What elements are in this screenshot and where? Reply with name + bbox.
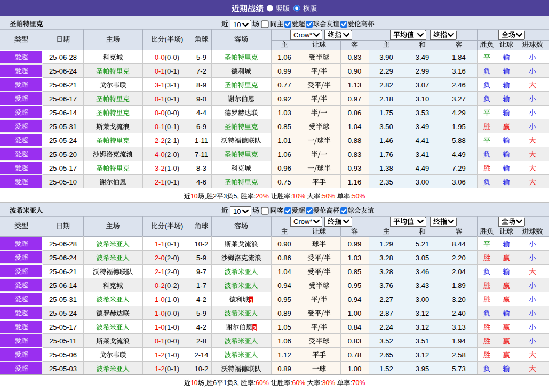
svg-text:3.51: 3.51 [416, 337, 429, 345]
svg-text:10: 10 [233, 21, 241, 29]
svg-text:(1-0): (1-0) [165, 164, 179, 172]
svg-text:(3-1): (3-1) [165, 81, 179, 89]
svg-text:0.94: 0.94 [277, 282, 291, 290]
svg-text:2.46: 2.46 [452, 81, 465, 89]
svg-text:25-05-03: 25-05-03 [49, 365, 77, 373]
svg-text:(0-0): (0-0) [165, 309, 179, 317]
svg-text:1.52: 1.52 [379, 365, 393, 373]
svg-text:Crow*: Crow* [293, 218, 312, 226]
svg-text:3.28: 3.28 [379, 268, 393, 276]
svg-text:5.21: 5.21 [416, 240, 429, 248]
svg-text:(: ( [165, 222, 168, 230]
svg-text:25-05-06: 25-05-06 [49, 351, 77, 359]
svg-text:(0-1): (0-1) [165, 240, 179, 248]
svg-text:3-2: 3-2 [155, 164, 165, 172]
svg-text:2.29: 2.29 [379, 67, 393, 75]
svg-text:25-06-21: 25-06-21 [49, 81, 77, 89]
svg-text:25-06-14: 25-06-14 [49, 109, 77, 117]
svg-text:1-1: 1-1 [155, 240, 165, 248]
svg-text:25-05-11: 25-05-11 [49, 337, 76, 345]
svg-text:1-2: 1-2 [155, 351, 165, 359]
svg-text:4.49: 4.49 [416, 164, 429, 172]
svg-text:10: 10 [233, 207, 241, 215]
svg-text:0.75: 0.75 [277, 178, 291, 186]
svg-text:10-2: 10-2 [194, 365, 208, 373]
svg-text:1.29: 1.29 [379, 240, 393, 248]
svg-text:4-2: 4-2 [196, 323, 206, 331]
svg-text:1.06: 1.06 [277, 150, 291, 158]
svg-text:2.04: 2.04 [452, 268, 465, 276]
svg-text:(2-0): (2-0) [165, 268, 179, 276]
svg-text:2-14: 2-14 [194, 351, 208, 359]
svg-text:70%: 70% [352, 379, 365, 387]
svg-text:3.10: 3.10 [416, 95, 429, 103]
svg-text:1.00: 1.00 [348, 309, 361, 317]
svg-text:(0-0): (0-0) [165, 337, 179, 345]
svg-text:(0-1): (0-1) [165, 365, 179, 373]
svg-text:5-9: 5-9 [196, 254, 206, 262]
svg-text:3: 3 [223, 193, 227, 200]
svg-text:3.49: 3.49 [416, 123, 429, 131]
svg-text:25-05-10: 25-05-10 [49, 178, 77, 186]
svg-text:0.83: 0.83 [348, 150, 361, 158]
svg-text:10%: 10% [292, 193, 306, 200]
svg-text:0.94: 0.94 [348, 295, 361, 303]
svg-text:(1-0): (1-0) [165, 295, 179, 303]
svg-text:0.99: 0.99 [277, 67, 291, 75]
svg-text:2.99: 2.99 [416, 67, 429, 75]
svg-text:1.00: 1.00 [348, 365, 361, 373]
svg-text:0.86: 0.86 [348, 109, 361, 117]
svg-text:2: 2 [213, 193, 217, 200]
svg-text:10-2: 10-2 [194, 240, 208, 248]
svg-text:4.49: 4.49 [452, 150, 465, 158]
svg-text:1.46: 1.46 [379, 137, 393, 145]
svg-text:1.75: 1.75 [379, 109, 393, 117]
svg-text:4.29: 4.29 [452, 109, 465, 117]
svg-text:1.13: 1.13 [348, 81, 361, 89]
svg-text:7.29: 7.29 [452, 164, 465, 172]
svg-text:1.05: 1.05 [277, 323, 291, 331]
svg-text:0.92: 0.92 [277, 95, 291, 103]
svg-text:1.95: 1.95 [452, 123, 465, 131]
svg-text:4-4: 4-4 [196, 109, 206, 117]
svg-text:25-06-28: 25-06-28 [49, 53, 77, 61]
svg-text:0.96: 0.96 [277, 164, 291, 172]
svg-text:7-2: 7-2 [196, 67, 206, 75]
svg-text:(0-1): (0-1) [165, 95, 179, 103]
svg-text:0-1: 0-1 [155, 67, 165, 75]
svg-text:3.20: 3.20 [452, 295, 465, 303]
svg-text:2: 2 [253, 325, 256, 332]
svg-text:1.03: 1.03 [348, 254, 361, 262]
svg-text:3.76: 3.76 [379, 282, 393, 290]
svg-text:8-3: 8-3 [196, 164, 206, 172]
svg-text:1.06: 1.06 [277, 337, 291, 345]
svg-text:2.58: 2.58 [452, 351, 465, 359]
svg-text:0-0: 0-0 [155, 109, 165, 117]
svg-text:25-05-24: 25-05-24 [49, 309, 77, 317]
svg-text:5.88: 5.88 [452, 137, 465, 145]
svg-text:2.24: 2.24 [379, 323, 393, 331]
svg-text:1.06: 1.06 [277, 53, 291, 61]
svg-text:2.40: 2.40 [452, 309, 465, 317]
svg-text:0.78: 0.78 [348, 351, 361, 359]
svg-text:0.85: 0.85 [348, 268, 361, 276]
svg-text:0.83: 0.83 [348, 53, 361, 61]
svg-text:3.12: 3.12 [416, 323, 429, 331]
svg-text:5,: 5, [234, 193, 239, 200]
svg-text:10: 10 [190, 379, 198, 387]
svg-text:3.90: 3.90 [379, 53, 393, 61]
svg-text:1.04: 1.04 [277, 268, 291, 276]
svg-text:3.13: 3.13 [452, 323, 465, 331]
svg-text:3.27: 3.27 [452, 95, 465, 103]
svg-text:2.65: 2.65 [379, 351, 393, 359]
svg-text:2-2: 2-2 [155, 137, 165, 145]
svg-text:1-0: 1-0 [155, 323, 165, 331]
svg-text:3.12: 3.12 [416, 309, 429, 317]
svg-text:1.04: 1.04 [348, 123, 361, 131]
svg-text:25-05-31: 25-05-31 [49, 295, 77, 303]
svg-text:(2-0): (2-0) [165, 150, 179, 158]
svg-text:3.49: 3.49 [416, 53, 429, 61]
svg-text:2.20: 2.20 [452, 254, 465, 262]
svg-text:3.00: 3.00 [416, 295, 429, 303]
svg-text:): ) [181, 222, 183, 230]
